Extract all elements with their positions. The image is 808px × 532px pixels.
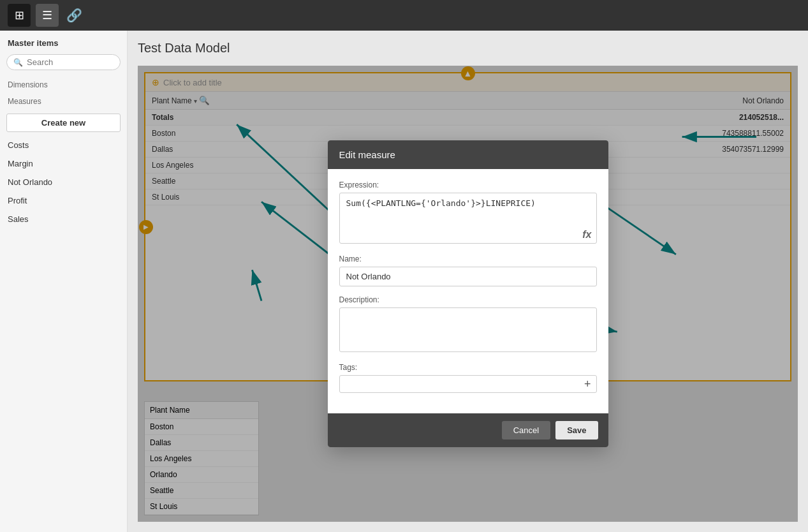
worksheet-area[interactable]: ▲ ⊕ Click to add title Plant Name ▾ 🔍	[138, 66, 798, 522]
tags-row: +	[339, 375, 597, 393]
create-new-button[interactable]: Create new	[6, 114, 121, 132]
sidebar-title: Master items	[0, 38, 127, 54]
sidebar-item-margin[interactable]: Margin	[0, 154, 127, 173]
modal-title: Edit measure	[339, 149, 395, 160]
tags-label: Tags:	[339, 363, 597, 372]
modal-footer: Cancel Save	[328, 413, 608, 447]
content-area: Test Data Model ▲ ⊕ Click to add title P…	[128, 31, 808, 532]
tags-input[interactable]	[345, 380, 582, 389]
sidebar-item-dimensions[interactable]: Dimensions	[0, 77, 127, 93]
top-bar: ⊞ ☰ 🔗	[0, 0, 808, 31]
sidebar-item-profit[interactable]: Profit	[0, 191, 127, 210]
modal-overlay: Edit measure Expression: Sum({<PLANTLNG=…	[138, 66, 798, 522]
description-label: Description:	[339, 295, 597, 304]
name-input[interactable]	[339, 267, 597, 286]
add-tag-button[interactable]: +	[584, 378, 591, 390]
link-icon[interactable]: 🔗	[66, 8, 82, 23]
modal-header: Edit measure	[328, 140, 608, 169]
expression-label: Expression:	[339, 181, 597, 189]
page-title: Test Data Model	[138, 41, 798, 55]
expression-area: Sum({<PLANTLNG={'Orlando'}>}LINEPRICE) f…	[339, 193, 597, 246]
search-input[interactable]	[27, 57, 114, 67]
description-input[interactable]	[339, 307, 597, 352]
main-layout: Master items 🔍 Dimensions Measures Creat…	[0, 31, 808, 532]
sidebar-item-measures[interactable]: Measures	[0, 93, 127, 110]
modal-body: Expression: Sum({<PLANTLNG={'Orlando'}>}…	[328, 169, 608, 413]
sidebar-item-sales[interactable]: Sales	[0, 210, 127, 228]
sidebar-item-not-orlando[interactable]: Not Orlando	[0, 173, 127, 191]
fx-button[interactable]: fx	[582, 229, 591, 240]
sidebar-item-costs[interactable]: Costs	[0, 136, 127, 154]
save-button[interactable]: Save	[555, 421, 598, 440]
edit-measure-modal: Edit measure Expression: Sum({<PLANTLNG=…	[328, 140, 608, 447]
grid-view-icon[interactable]: ⊞	[8, 4, 31, 27]
search-box[interactable]: 🔍	[6, 54, 121, 70]
sidebar: Master items 🔍 Dimensions Measures Creat…	[0, 31, 128, 532]
name-label: Name:	[339, 255, 597, 263]
expression-input[interactable]: Sum({<PLANTLNG={'Orlando'}>}LINEPRICE)	[339, 193, 597, 244]
list-view-icon[interactable]: ☰	[36, 4, 59, 27]
cancel-button[interactable]: Cancel	[502, 421, 550, 440]
search-icon: 🔍	[13, 58, 23, 67]
